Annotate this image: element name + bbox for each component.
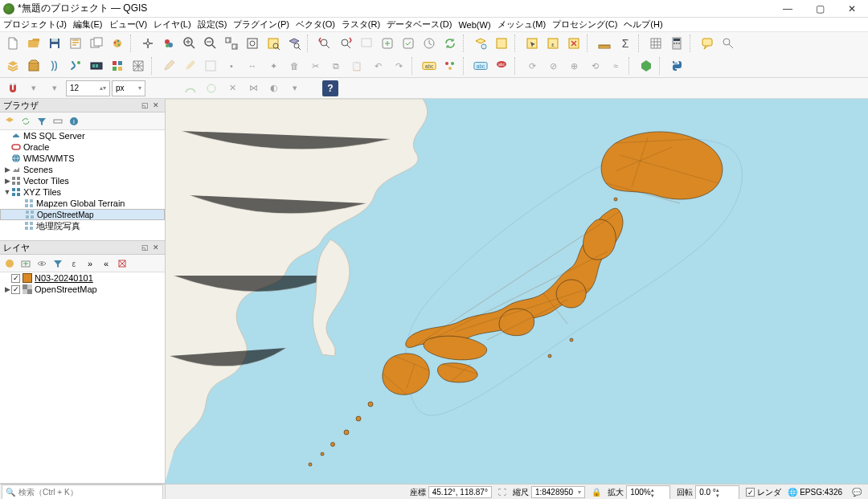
merge-button[interactable]: ⊕ [564, 56, 583, 76]
layout-manager-button[interactable] [87, 34, 106, 53]
identify-button[interactable]: i [471, 34, 490, 53]
snapping-type-button[interactable]: ▾ [24, 79, 43, 98]
browser-item[interactable]: MS SQL Server [0, 130, 165, 141]
crs-field[interactable]: 🌐 EPSG:4326 [784, 488, 845, 497]
new-map-view-button[interactable] [357, 34, 376, 53]
add-wms-button[interactable] [108, 56, 127, 76]
menu-item[interactable]: 編集(E) [73, 18, 103, 31]
new-virtual-layer-button[interactable] [87, 56, 106, 76]
menu-item[interactable]: ヘルプ(H) [624, 18, 662, 31]
topology-checker-button[interactable] [637, 56, 656, 76]
select-by-value-button[interactable]: ε [543, 34, 563, 53]
filter-layers-icon[interactable] [51, 256, 65, 271]
new-layout-button[interactable] [66, 34, 85, 53]
attribute-table-button[interactable] [646, 34, 665, 53]
delete-feature-button[interactable]: 🗑 [285, 56, 304, 76]
remove-layer-icon[interactable] [115, 256, 129, 271]
browser-item[interactable]: ▶Vector Tiles [0, 175, 165, 186]
layer-item[interactable]: ▶✓OpenStreetMap [0, 284, 165, 295]
scale-value[interactable]: 1:8428950▾ [531, 486, 585, 498]
extents-icon[interactable]: ⛶ [495, 488, 510, 497]
search-input[interactable] [18, 488, 159, 497]
close-icon[interactable]: ✕ [150, 242, 162, 253]
browser-item[interactable]: Mapzen Global Terrain [0, 198, 165, 209]
collapse-all-icon[interactable]: « [99, 256, 113, 271]
field-calculator-button[interactable] [667, 34, 686, 53]
zoom-in-button[interactable] [180, 34, 199, 53]
float-icon[interactable]: ◱ [139, 242, 150, 253]
node-tool-button[interactable]: ✦ [264, 56, 283, 76]
browser-item[interactable]: ▼XYZ Tiles [0, 186, 165, 198]
trace-button[interactable] [202, 79, 221, 98]
move-feature-button[interactable]: ↔ [243, 56, 262, 76]
menu-item[interactable]: Web(W) [458, 20, 490, 30]
action-button[interactable] [492, 34, 511, 53]
select-features-button[interactable] [522, 34, 542, 53]
undo-button[interactable]: ↶ [368, 56, 387, 76]
menu-item[interactable]: メッシュ(M) [497, 18, 547, 31]
layer-item[interactable]: ✓N03-20240101 [0, 272, 165, 284]
intersection-button[interactable]: ✕ [223, 79, 242, 98]
diagram-toolbar-button[interactable]: abc [471, 56, 490, 76]
filter-icon[interactable] [35, 114, 49, 129]
layers-header[interactable]: レイヤ ◱ ✕ [0, 241, 165, 255]
add-group-icon[interactable] [18, 256, 33, 271]
rotation-value[interactable]: 0.0 °▴▾ [695, 485, 739, 500]
label-toolbar-button[interactable] [440, 56, 460, 76]
float-icon[interactable]: ◱ [139, 100, 150, 111]
zoom-selection-button[interactable] [264, 34, 283, 53]
toggle-editing-button[interactable] [159, 56, 178, 76]
collapse-icon[interactable] [51, 114, 65, 129]
measure-button[interactable] [595, 34, 614, 53]
zoom-out-button[interactable] [201, 34, 220, 53]
new-project-button[interactable] [3, 34, 23, 53]
add-mesh-button[interactable] [129, 56, 148, 76]
save-project-button[interactable] [45, 34, 64, 53]
maptips-button[interactable] [698, 34, 717, 53]
close-button[interactable]: ✕ [836, 0, 868, 18]
menu-item[interactable]: プラグイン(P) [233, 18, 289, 31]
self-snap-button[interactable]: ⋈ [244, 79, 263, 98]
zoom-next-button[interactable] [336, 34, 355, 53]
snapping-button[interactable] [3, 79, 23, 98]
close-icon[interactable]: ✕ [150, 100, 162, 111]
style-manager-button[interactable] [108, 34, 127, 53]
avoid-overlap-button[interactable]: ◐ [264, 79, 284, 98]
render-field[interactable]: ✓ レンダ [743, 487, 784, 498]
new-shapefile-button[interactable] [45, 56, 64, 76]
topo-editing-button[interactable] [181, 79, 200, 98]
reshape-button[interactable]: ⟳ [522, 56, 542, 76]
browser-item[interactable]: Oracle [0, 141, 165, 153]
menu-item[interactable]: レイヤ(L) [154, 18, 190, 31]
search-bar[interactable]: 🔍 [2, 485, 163, 500]
new-spatial-bookmark-button[interactable] [378, 34, 397, 53]
add-layer-icon[interactable] [2, 114, 17, 129]
new-spatialite-button[interactable] [66, 56, 85, 76]
open-project-button[interactable] [24, 34, 43, 53]
maximize-button[interactable]: ▢ [804, 0, 836, 18]
deselect-button[interactable] [564, 34, 583, 53]
style-icon[interactable] [2, 256, 17, 271]
zoom-layer-button[interactable] [285, 34, 304, 53]
simplify-button[interactable]: ≈ [606, 56, 625, 76]
map-canvas[interactable] [166, 99, 868, 484]
paste-button[interactable]: 📋 [347, 56, 366, 76]
visibility-icon[interactable] [35, 256, 49, 271]
pan-button[interactable] [138, 34, 158, 53]
menu-item[interactable]: ラスタ(R) [342, 18, 380, 31]
expand-all-icon[interactable]: » [83, 256, 97, 271]
layers-tree[interactable]: ✓N03-20240101▶✓OpenStreetMap [0, 272, 165, 483]
statistics-button[interactable]: Σ [616, 34, 635, 53]
menu-item[interactable]: データベース(D) [387, 18, 452, 31]
redo-button[interactable]: ↷ [389, 56, 408, 76]
show-bookmarks-button[interactable] [399, 34, 418, 53]
menu-item[interactable]: 設定(S) [198, 18, 227, 31]
refresh-icon[interactable] [18, 114, 33, 129]
copy-button[interactable]: ⧉ [326, 56, 346, 76]
zoom-native-button[interactable]: 11 [222, 34, 241, 53]
coord-value[interactable]: 45.12°, 118.87° [428, 486, 492, 498]
lock-icon[interactable]: 🔒 [588, 488, 604, 497]
add-feature-button[interactable] [201, 56, 220, 76]
minimize-button[interactable]: — [772, 0, 804, 18]
magnifier-value[interactable]: 100%▴▾ [626, 485, 670, 500]
